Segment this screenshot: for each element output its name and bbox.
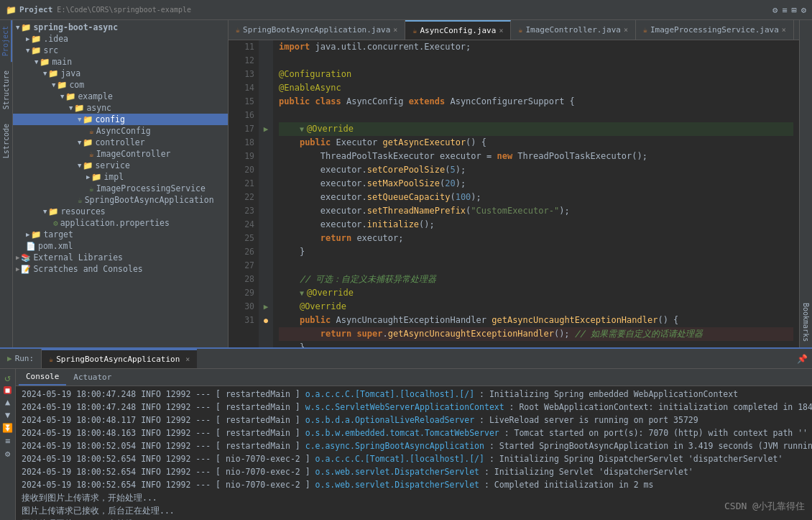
code-line-21: executor.setMaxPoolSize(20); <box>279 177 793 191</box>
tree-label: spring-boot-async <box>33 22 118 32</box>
console-subtabs: Console Actuator <box>16 369 812 386</box>
fold-icon[interactable]: ≡ <box>5 436 10 446</box>
tree-item-target[interactable]: ▶ 📁 target <box>13 229 228 240</box>
tree-item-main[interactable]: ▼ 📁 main <box>13 56 228 68</box>
tree-item-com[interactable]: ▼ 📁 com <box>13 79 228 91</box>
sidebar-label-structure[interactable]: Structure <box>1 65 11 115</box>
tree-label: ImageController <box>96 149 171 159</box>
gear-icon[interactable]: ⚙ <box>801 5 806 15</box>
tree-item-service[interactable]: ▼ 📁 service <box>13 160 228 171</box>
tree-item-ips[interactable]: ☕ ImageProcessingService <box>13 183 228 194</box>
code-line-19: ThreadPoolTaskExecutor executor = new Th… <box>279 150 793 163</box>
code-line-24: executor.initialize(); <box>279 218 793 232</box>
tree-label: SpringBootAsyncApplication <box>85 195 214 205</box>
log-extra-3: 开始处理图片: LBJ; 当前线程: CustomExecutor-1 <box>22 517 806 520</box>
tree-item-impl[interactable]: ▶ 📁 impl <box>13 171 228 183</box>
tree-item-async[interactable]: ▼ 📁 async <box>13 102 228 114</box>
scroll-end-icon[interactable]: ⏬ <box>2 423 13 433</box>
code-line-14: @EnableAsync <box>279 81 793 95</box>
code-line-30: @Override <box>279 300 793 314</box>
tab-asyncconfig[interactable]: ☕ AsyncConfig.java × <box>405 20 511 40</box>
run-app-label: SpringBootAsyncApplication <box>56 355 180 364</box>
tree-label: controller <box>95 137 144 147</box>
down-icon[interactable]: ▼ <box>5 410 10 420</box>
tab-ipsi[interactable]: ☕ ImageProcessingServiceImpl.java × <box>794 20 799 40</box>
tab-close-active[interactable]: × <box>499 27 503 35</box>
layout-icon[interactable]: ⊞ <box>792 5 797 15</box>
run-app-tab[interactable]: ☕ SpringBootAsyncApplication × <box>42 349 197 368</box>
tree-item-appprops[interactable]: ⚙ application.properties <box>13 217 228 229</box>
log-line: 2024-05-19 18:00:48.117 INFO 12992 --- [… <box>22 414 806 427</box>
tree-item-sbaa[interactable]: ☕ SpringBootAsyncApplication <box>13 194 228 206</box>
tree-item-src[interactable]: ▼ 📁 src <box>13 45 228 56</box>
run-icon-17[interactable]: ▶ <box>264 124 269 134</box>
path-display: E:\Code\CORS\springboot-example <box>57 6 191 14</box>
tab-close[interactable]: × <box>624 26 628 34</box>
code-line-32: return super.getAsyncUncaughtExceptionHa… <box>279 327 793 341</box>
up-icon[interactable]: ▲ <box>5 397 10 407</box>
tree-label: pom.xml <box>38 241 73 251</box>
code-line-20: executor.setCorePoolSize(5); <box>279 163 793 177</box>
sidebar-label-project[interactable]: Project <box>0 20 12 62</box>
project-panel: ▼ 📁 spring-boot-async ▶ 📁 .idea ▼ 📁 src <box>13 20 229 347</box>
sidebar-label-lstrcode[interactable]: Lstrcode <box>1 118 11 164</box>
tree-item-asyncconfig[interactable]: ☕ AsyncConfig <box>13 125 228 137</box>
code-content[interactable]: import java.util.concurrent.Executor; @C… <box>273 40 799 347</box>
log-line: 2024-05-19 18:00:52.654 INFO 12992 --- [… <box>22 478 806 491</box>
tree-label: com <box>69 80 84 90</box>
tree-item-example[interactable]: ▼ 📁 example <box>13 91 228 102</box>
restart-icon[interactable]: ↺ <box>4 372 10 383</box>
code-line-25: return executor; <box>279 232 793 245</box>
code-line-26: } <box>279 245 793 259</box>
menu-icon[interactable]: ≡ <box>782 5 787 15</box>
tab-close[interactable]: × <box>782 26 786 34</box>
tree-label: async <box>86 103 111 113</box>
code-line-13: @Configuration <box>279 68 793 81</box>
tree-item-config[interactable]: ▼ 📁 config <box>13 114 228 125</box>
settings-icon[interactable]: ⚙ <box>772 5 778 15</box>
log-line: 2024-05-19 18:00:47.248 INFO 12992 --- [… <box>22 401 806 414</box>
tree-label: application.properties <box>60 218 170 228</box>
tree-label: service <box>95 160 129 170</box>
log-line: 2024-05-19 18:00:48.163 INFO 12992 --- [… <box>22 427 806 439</box>
tree-label: example <box>78 91 112 101</box>
run-app-close[interactable]: × <box>185 355 190 363</box>
tab-label: ImageController.java <box>525 25 620 35</box>
code-line-18: public Executor getAsyncExecutor() { <box>279 136 793 150</box>
code-line-33: } <box>279 341 793 347</box>
gutter: ▶ ▶ <box>259 40 273 347</box>
code-line-17: ▼@Override <box>279 122 793 136</box>
tab-ips[interactable]: ☕ ImageProcessingService.java × <box>636 20 794 40</box>
tree-item-scratches[interactable]: ▶ 📝 Scratches and Consoles <box>13 263 228 275</box>
log-line: 2024-05-19 18:00:52.654 INFO 12992 --- [… <box>22 452 806 465</box>
log-line: 2024-05-19 18:00:52.654 INFO 12992 --- [… <box>22 465 806 478</box>
bookmarks-label[interactable]: Bookmarks <box>802 303 810 342</box>
code-line-16 <box>279 109 793 122</box>
actuator-tab[interactable]: Actuator <box>66 369 119 386</box>
settings2-icon[interactable]: ⚙ <box>5 449 10 459</box>
tree-label: main <box>52 57 72 67</box>
tree-item-controller[interactable]: ▼ 📁 controller <box>13 137 228 148</box>
tab-close[interactable]: × <box>393 26 397 34</box>
tree-label: java <box>60 68 80 78</box>
tree-item-idea[interactable]: ▶ 📁 .idea <box>13 33 228 45</box>
stop-icon[interactable]: ■ <box>4 386 11 394</box>
tree-item-pom[interactable]: 📄 pom.xml <box>13 240 228 252</box>
editor-area: ☕ SpringBootAsyncApplication.java × ☕ As… <box>229 20 799 347</box>
tree-item-resources[interactable]: ▼ 📁 resources <box>13 206 228 217</box>
tree-item-java[interactable]: ▼ 📁 java <box>13 68 228 79</box>
watermark: CSDN @小孔靠得住 <box>724 500 805 513</box>
tree-item-root[interactable]: ▼ 📁 spring-boot-async <box>13 22 228 33</box>
code-line-12 <box>279 54 793 68</box>
tree-item-extlibs[interactable]: ▶ 📚 External Libraries <box>13 252 228 263</box>
tab-bar: ☕ SpringBootAsyncApplication.java × ☕ As… <box>229 20 799 40</box>
code-line-31: public AsyncUncaughtExceptionHandler get… <box>279 314 793 327</box>
tab-imagecontroller[interactable]: ☕ ImageController.java × <box>511 20 636 40</box>
log-line: 2024-05-19 18:00:52.054 INFO 12992 --- [… <box>22 439 806 452</box>
tree-label: AsyncConfig <box>96 126 151 136</box>
tree-item-imagecontroller[interactable]: ☕ ImageController <box>13 148 228 160</box>
pin-icon[interactable]: 📌 <box>797 354 808 364</box>
run-icon-30[interactable]: ▶ <box>264 302 269 311</box>
tab-springbootasync[interactable]: ☕ SpringBootAsyncApplication.java × <box>229 20 405 40</box>
console-tab[interactable]: Console <box>19 369 66 386</box>
